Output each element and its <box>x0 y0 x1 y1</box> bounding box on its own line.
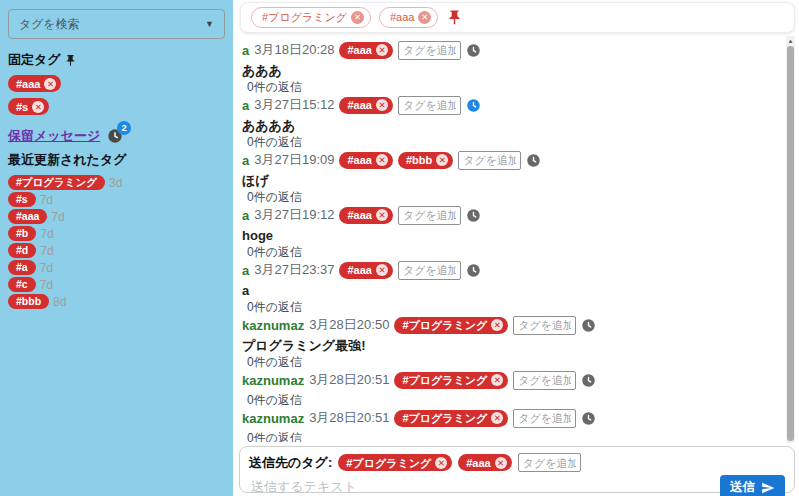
reply-count[interactable]: 0件の返信 <box>242 244 781 260</box>
chip-delete-icon[interactable]: ✕ <box>351 11 364 24</box>
tag-add-input[interactable] <box>398 41 461 60</box>
reply-count[interactable]: 0件の返信 <box>242 430 781 442</box>
hold-clock-button[interactable] <box>526 153 541 168</box>
message-timestamp: 3月28日20:50 <box>309 316 389 334</box>
reply-count[interactable]: 0件の返信 <box>242 134 781 150</box>
chevron-down-icon: ▼ <box>205 19 214 29</box>
hold-clock-button[interactable] <box>581 411 596 426</box>
reply-count[interactable]: 0件の返信 <box>242 189 781 205</box>
filter-tag-chip[interactable]: #プログラミング ✕ <box>251 7 371 28</box>
composer-tag-add-input[interactable] <box>518 453 581 472</box>
reply-count[interactable]: 0件の返信 <box>242 79 781 95</box>
tag-age-label: 7d <box>40 227 53 241</box>
chip-delete-icon[interactable]: ✕ <box>436 154 448 166</box>
recent-tag-chip[interactable]: #s <box>8 192 36 207</box>
chip-delete-icon[interactable]: ✕ <box>44 78 56 90</box>
reply-count[interactable]: 0件の返信 <box>242 299 781 315</box>
message-list: a 3月18日20:28 #aaa ✕ あああ 0件の返信 <box>242 36 781 442</box>
chip-delete-icon[interactable]: ✕ <box>376 44 388 56</box>
message-tag-chip[interactable]: #aaa ✕ <box>339 207 392 224</box>
pin-icon <box>64 54 77 67</box>
message-tag-label: #aaa <box>347 207 371 223</box>
composer-tag-chip[interactable]: #プログラミング ✕ <box>338 454 452 471</box>
filter-tag-label: #aaa <box>390 8 414 27</box>
reply-count[interactable]: 0件の返信 <box>242 392 781 408</box>
message-text: hoge <box>242 227 781 244</box>
tag-add-input[interactable] <box>513 316 576 335</box>
chip-delete-icon[interactable]: ✕ <box>491 319 503 331</box>
scrollbar-up-arrow[interactable]: ▲ <box>786 36 795 46</box>
tag-add-input[interactable] <box>398 206 461 225</box>
message-timestamp: 3月27日19:12 <box>254 206 334 224</box>
compose-text-input[interactable] <box>249 477 678 496</box>
chip-delete-icon[interactable]: ✕ <box>376 99 388 111</box>
hold-clock-button[interactable] <box>466 98 481 113</box>
held-messages-link[interactable]: 保留メッセージ <box>8 127 100 145</box>
message-tag-chip[interactable]: #プログラミング ✕ <box>394 372 508 389</box>
composer-tag-chip[interactable]: #aaa ✕ <box>458 454 511 471</box>
chip-delete-icon[interactable]: ✕ <box>32 101 44 113</box>
message-tag-chip[interactable]: #aaa ✕ <box>339 152 392 169</box>
held-count-badge: 2 <box>117 121 131 135</box>
scrollbar[interactable]: ▲ <box>786 36 795 443</box>
pinned-tag-chip[interactable]: #aaa ✕ <box>8 75 61 92</box>
chip-delete-icon[interactable]: ✕ <box>418 11 431 24</box>
message-tag-chip[interactable]: #プログラミング ✕ <box>394 317 508 334</box>
chip-delete-icon[interactable]: ✕ <box>491 374 503 386</box>
pinned-tag-label: #aaa <box>16 76 40 92</box>
chip-delete-icon[interactable]: ✕ <box>376 264 388 276</box>
composer-tag-label: #プログラミング <box>346 455 431 471</box>
tag-add-input[interactable] <box>458 151 521 170</box>
message-item: kaznumaz 3月28日20:50 #プログラミング ✕ プログラミング最強… <box>242 315 781 370</box>
message-tag-chip[interactable]: #bbb ✕ <box>398 152 453 169</box>
chip-delete-icon[interactable]: ✕ <box>376 209 388 221</box>
message-tag-chip[interactable]: #aaa ✕ <box>339 97 392 114</box>
message-item: kaznumaz 3月28日20:51 #プログラミング ✕ 0件の返信 <box>242 370 781 408</box>
pinned-tag-chip[interactable]: #s ✕ <box>8 98 49 115</box>
tag-add-input[interactable] <box>513 409 576 428</box>
tag-add-input[interactable] <box>513 371 576 390</box>
tag-age-label: 7d <box>40 278 53 292</box>
message-item: a 3月27日23:37 #aaa ✕ a 0件の返信 <box>242 260 781 315</box>
hold-clock-button[interactable] <box>581 373 596 388</box>
hold-clock-button[interactable] <box>466 43 481 58</box>
main-panel: #プログラミング ✕ #aaa ✕ a 3月18日20:28 #aaa <box>233 0 799 496</box>
message-timestamp: 3月27日15:12 <box>254 96 334 114</box>
recent-tag-chip[interactable]: #d <box>8 243 36 258</box>
hold-clock-button[interactable] <box>581 318 596 333</box>
message-text: あああ <box>242 62 781 79</box>
recent-tag-chip[interactable]: #b <box>8 226 36 241</box>
sidebar: タグを検索 ▼ 固定タグ #aaa ✕ #s ✕ 保留メッセージ <box>0 0 233 496</box>
send-button[interactable]: 送信 <box>720 475 785 496</box>
message-tag-chip[interactable]: #aaa ✕ <box>339 262 392 279</box>
chip-delete-icon[interactable]: ✕ <box>495 457 507 469</box>
message-username: a <box>242 153 249 168</box>
hold-clock-button[interactable] <box>466 208 481 223</box>
composer-tag-label: #aaa <box>466 455 490 471</box>
message-text: ああああ <box>242 117 781 134</box>
recent-tag-chip[interactable]: #a <box>8 260 36 275</box>
hold-clock-button[interactable] <box>466 263 481 278</box>
chip-delete-icon[interactable]: ✕ <box>376 154 388 166</box>
tag-add-input[interactable] <box>398 96 461 115</box>
message-item: a 3月27日19:09 #aaa ✕ #bbb ✕ <box>242 150 781 205</box>
chip-delete-icon[interactable]: ✕ <box>435 457 447 469</box>
message-tag-chip[interactable]: #aaa ✕ <box>339 42 392 59</box>
recent-tag-chip[interactable]: #プログラミング <box>8 175 105 190</box>
chip-delete-icon[interactable]: ✕ <box>491 412 503 424</box>
message-tag-label: #プログラミング <box>402 410 487 426</box>
message-username: a <box>242 43 249 58</box>
recent-tag-chip[interactable]: #aaa <box>8 209 47 224</box>
reply-count[interactable]: 0件の返信 <box>242 354 781 370</box>
tag-add-input[interactable] <box>398 261 461 280</box>
filter-tag-chip[interactable]: #aaa ✕ <box>379 7 438 28</box>
recent-tag-chip[interactable]: #bbb <box>8 294 49 309</box>
message-tag-chip[interactable]: #プログラミング ✕ <box>394 410 508 427</box>
pin-filter-button[interactable] <box>446 9 463 26</box>
scrollbar-thumb[interactable] <box>787 46 794 441</box>
message-username: a <box>242 263 249 278</box>
recent-tag-chip[interactable]: #c <box>8 277 36 292</box>
tag-age-label: 7d <box>51 210 64 224</box>
tag-search-select[interactable]: タグを検索 ▼ <box>8 9 225 39</box>
message-tag-label: #aaa <box>347 97 371 113</box>
